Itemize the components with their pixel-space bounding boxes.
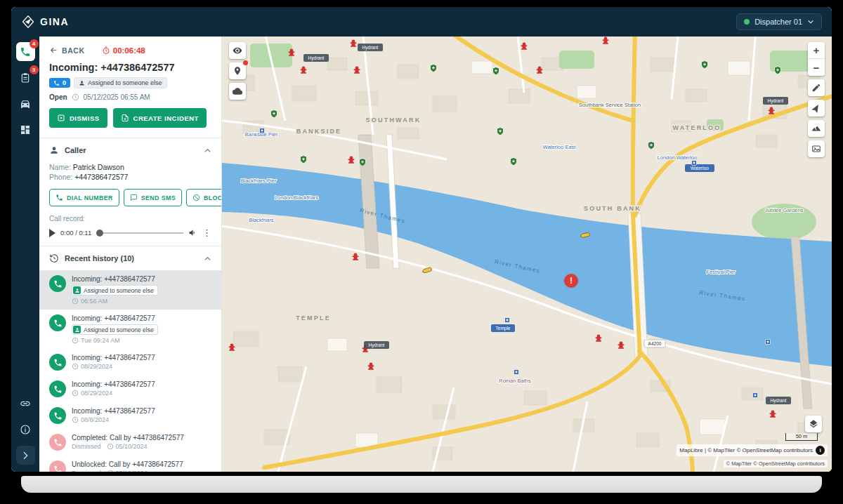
shield-marker[interactable] (301, 156, 307, 164)
app-title: GINA (40, 16, 69, 27)
poi-marker[interactable] (514, 370, 519, 375)
shield-marker[interactable] (360, 159, 366, 166)
dispatcher-name: Dispatcher 01 (754, 18, 802, 26)
shield-marker[interactable] (775, 67, 781, 74)
attribution-info-icon[interactable]: i (816, 446, 825, 455)
zoom-out-button[interactable]: − (808, 59, 825, 76)
call-record-label: Call record: (39, 213, 221, 225)
history-item[interactable]: Incoming: +44738647257708/8/2024 (39, 402, 221, 429)
rail-item-calls[interactable]: 4 (16, 42, 35, 61)
poi-marker[interactable] (692, 161, 697, 166)
phone-icon (20, 46, 31, 58)
chevron-up-icon (204, 255, 211, 263)
terrain-3d-button[interactable] (808, 120, 825, 137)
mountains-icon (811, 124, 821, 133)
poi-marker[interactable] (505, 318, 510, 323)
sms-icon (130, 194, 138, 201)
block-button[interactable]: BLOCK (186, 189, 222, 206)
dismiss-button[interactable]: DISMISS (49, 108, 107, 128)
compass-bearing-button[interactable] (808, 100, 825, 117)
weather-layer-button[interactable] (229, 83, 246, 100)
history-assigned-badge: Assigned to someone else (72, 324, 158, 335)
arrow-left-icon (49, 46, 58, 55)
shield-marker[interactable] (431, 65, 437, 72)
history-list: Incoming: +447386472577Assigned to someo… (39, 270, 221, 472)
zoom-in-button[interactable]: + (808, 42, 825, 59)
car-icon (20, 98, 31, 110)
call-status: Open (49, 93, 67, 101)
send-sms-label: SEND SMS (141, 194, 176, 201)
rail-item-info[interactable] (16, 420, 35, 439)
history-item-meta: 06:56 AM (72, 298, 211, 305)
block-label: BLOCK (204, 194, 222, 201)
poi-label: Waterloo East (543, 144, 577, 150)
history-item[interactable]: Completed: Call by +447386472577Dismisse… (39, 429, 221, 456)
rail-item-vehicles[interactable] (16, 94, 35, 113)
call-ended-icon (49, 434, 66, 451)
clock-icon (72, 298, 79, 305)
create-incident-button[interactable]: CREATE INCIDENT (113, 108, 207, 128)
history-item-time: 05/10/2024 (107, 443, 148, 450)
district-label: SOUTH BANK (584, 205, 641, 212)
history-section-header[interactable]: Recent history (10) (39, 246, 221, 270)
clock-icon (72, 363, 79, 370)
create-incident-icon (121, 114, 129, 122)
shield-marker[interactable] (648, 142, 655, 150)
poi-marker[interactable] (260, 128, 265, 133)
map[interactable]: SOUTHWARKBANKSIDEWATERLOOSOUTH BANKTEMPL… (222, 37, 832, 472)
person-icon (79, 80, 85, 86)
shield-marker[interactable] (497, 128, 504, 135)
volume-icon[interactable] (188, 228, 197, 237)
caller-phone: +447386472577 (74, 173, 128, 181)
history-item[interactable]: Incoming: +447386472577Assigned to someo… (39, 270, 221, 310)
online-status-dot (744, 19, 750, 25)
basemap-style-button[interactable] (808, 140, 825, 157)
shield-marker[interactable] (493, 67, 499, 75)
call-count-value: 0 (63, 79, 66, 86)
incidents-badge: 3 (30, 65, 39, 74)
layers-button[interactable] (805, 416, 822, 432)
send-sms-button[interactable]: SEND SMS (124, 189, 182, 206)
history-item-title: Incoming: +447386472577 (72, 354, 211, 362)
history-item[interactable]: Incoming: +447386472577Assigned to someo… (39, 310, 221, 349)
rail-item-dashboard[interactable] (16, 120, 35, 139)
map-canvas[interactable]: SOUTHWARKBANKSIDEWATERLOOSOUTH BANKTEMPL… (222, 37, 832, 472)
history-item-title: Completed: Call by +447386472577 (72, 434, 211, 442)
play-button[interactable] (49, 229, 55, 237)
attribution-text: MapLibre | © MapTiler © OpenStreetMap co… (679, 447, 813, 453)
dial-number-button[interactable]: DIAL NUMBER (49, 189, 119, 206)
hydrant-label: Hydrant (771, 398, 787, 404)
clipboard-icon (20, 72, 31, 84)
shield-marker[interactable] (511, 158, 517, 166)
markers-toggle-button[interactable] (229, 62, 246, 79)
rail-expand-button[interactable] (16, 446, 35, 465)
audio-seekbar[interactable] (96, 232, 183, 234)
audio-seek-knob[interactable] (96, 230, 103, 237)
history-section-title: Recent history (10) (65, 254, 198, 263)
draw-button[interactable] (808, 79, 825, 96)
history-item[interactable]: Unblocked: Call by +447386472577Dismisse… (39, 456, 221, 472)
shield-marker[interactable] (271, 110, 277, 118)
history-item-time: 08/8/2024 (72, 416, 109, 423)
visibility-toggle-button[interactable] (229, 42, 246, 59)
poi-label: London Waterloo (658, 154, 698, 161)
station-label: Temple (496, 326, 511, 331)
caller-name: Patrick Dawson (73, 163, 124, 171)
assigned-badge-label: Assigned to someone else (88, 79, 162, 86)
shield-marker[interactable] (702, 61, 708, 69)
call-timer: 00:06:48 (102, 46, 145, 55)
chevron-down-icon (807, 18, 814, 25)
history-item[interactable]: Incoming: +44738647257708/29/2024 (39, 376, 221, 402)
poi-marker[interactable] (753, 393, 758, 398)
audio-menu-button[interactable]: ⋮ (202, 230, 211, 237)
back-button[interactable]: BACK (49, 46, 85, 55)
rail-item-incidents[interactable]: 3 (16, 68, 35, 87)
history-item[interactable]: Incoming: +44738647257708/29/2024 (39, 349, 221, 376)
person-icon (73, 286, 81, 294)
poi-marker[interactable] (766, 340, 771, 345)
caller-section-header[interactable]: Caller (39, 138, 221, 162)
rail-item-links[interactable] (16, 394, 35, 413)
incoming-call-icon (49, 275, 66, 292)
history-item-title: Incoming: +447386472577 (72, 380, 211, 388)
dispatcher-menu[interactable]: Dispatcher 01 (736, 13, 822, 30)
